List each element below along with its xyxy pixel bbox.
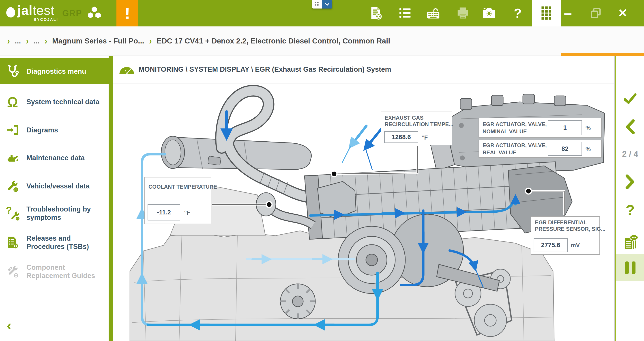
close-button[interactable]: ✕ [615,5,631,21]
page-title: MONITORING \ SYSTEM DISPLAY \ EGR (Exhau… [138,65,391,74]
print-button[interactable] [455,5,471,21]
monitor-label: COOLANT TEMPERATURE [148,184,217,190]
monitor-egr-differential-pressure[interactable]: EGR DIFFERENTIAL PRESSURE SENSOR, SIG...… [531,216,600,255]
apps-grid-tab[interactable] [532,0,561,27]
sidebar: Diagnostics menu System technical data D… [0,56,108,341]
breadcrumb-item-system[interactable]: EDC 17 CV41 + Denox 2.2, Electronic Dies… [157,37,390,45]
breadcrumb-item-series[interactable]: Magnum Series - Full Po... [52,37,144,45]
chevron-left-icon: ‹ [7,317,12,333]
check-icon [623,93,637,104]
monitor-coolant-temperature[interactable]: COOLANT TEMPERATURE -11.2 °F [144,177,211,224]
gauge-icon [118,65,135,76]
reports-button[interactable] [616,232,644,252]
question-icon: ? [626,202,634,219]
tools-icon [5,264,20,279]
logo-byline: BYCOJALI [34,18,58,22]
restore-button[interactable] [588,5,604,21]
question-icon: ? [514,6,522,21]
breadcrumb-bar: › ... › ... › Magnum Series - Full Po...… [0,27,644,56]
breadcrumb-item-2[interactable]: ... [34,37,40,45]
confirm-button[interactable] [616,91,644,106]
keyboard-button[interactable] [425,5,441,21]
sidebar-item-component-replacement-guides: Component Replacement Guides [0,259,113,284]
monitor-label: EXHAUST GAS [385,115,424,121]
pause-icon [625,261,629,274]
page-indicator: 2 / 4 [616,147,644,161]
chevron-right-icon: › [149,35,152,47]
sidebar-collapse-button[interactable]: ‹ [7,317,12,333]
main-content: MONITORING \ SYSTEM DISPLAY \ EGR (Exhau… [113,56,615,341]
docked-panel-widget[interactable] [312,0,332,9]
monitor-label: EGR ACTUATOR, VALVE, [482,121,547,128]
group-label: GRP [62,9,82,18]
monitor-label: EGR DIFFERENTIAL [535,219,587,226]
monitor-unit: % [586,125,591,132]
sidebar-item-label: System technical data [26,98,102,106]
chevron-right-icon: › [7,35,10,47]
sidebar-divider [108,56,113,341]
content-header: MONITORING \ SYSTEM DISPLAY \ EGR (Exhau… [113,56,615,84]
next-page-button[interactable] [616,173,644,190]
monitor-label: EGR ACTUATOR, VALVE, [482,142,547,149]
prev-page-button[interactable] [616,118,644,135]
sidebar-item-label: Component Replacement Guides [26,263,102,280]
modules-cubes-button[interactable] [86,5,102,21]
stethoscope-icon [5,64,20,78]
breadcrumb-item-1[interactable]: ... [15,37,21,45]
logo-text-bold: jal [18,3,33,18]
sidebar-item-maintenance-data[interactable]: Maintenance data [0,148,113,167]
help-panel-button[interactable]: ? [616,201,644,219]
pause-monitoring-button[interactable] [616,254,644,281]
chevron-right-icon: › [44,35,47,47]
monitor-unit: % [586,146,591,153]
alert-button[interactable]: ! [116,0,138,27]
chevron-right-icon: › [26,35,29,47]
sidebar-item-diagrams[interactable]: Diagrams [0,121,113,139]
sidebar-item-label: Diagrams [26,126,102,134]
logo-dot [6,7,15,18]
chevron-left-icon [625,119,635,134]
minimize-icon: – [564,5,572,21]
sidebar-item-system-technical-data[interactable]: System technical data [0,89,113,114]
alert-icon: ! [124,5,130,21]
monitor-unit: mV [571,242,580,249]
monitor-label: PRESSURE SENSOR, SIG... [535,226,606,232]
monitor-value: 82 [548,142,582,156]
document-globe-icon [5,235,20,250]
sidebar-item-label: Maintenance data [26,154,102,162]
oil-can-icon [5,151,20,165]
monitor-egr-actuator-real[interactable]: EGR ACTUATOR, VALVE, REAL VALUE 82 % [478,140,602,158]
monitor-label: NOMINAL VALUE [482,128,527,135]
screenshot-camera-button[interactable] [481,5,497,21]
monitor-value: 1 [548,120,582,135]
chevron-down-icon[interactable] [322,0,332,9]
grid-handle-icon[interactable] [312,0,322,9]
chevron-right-icon [625,175,635,189]
jaltest-window: jaltest BYCOJALI GRP ! [0,0,644,341]
monitor-egr-actuator-nominal[interactable]: EGR ACTUATOR, VALVE, NOMINAL VALUE 1 % [478,118,602,138]
omega-icon [5,95,20,109]
breadcrumb: › ... › ... › Magnum Series - Full Po...… [7,27,390,56]
report-bubble-icon [621,233,639,250]
sidebar-item-troubleshooting-by-symptoms[interactable]: ? Troubleshooting by symptoms [0,201,113,226]
water-pump [280,284,315,319]
sidebar-item-label: Troubleshooting by symptoms [26,205,102,222]
wrench-globe-icon [5,179,20,193]
monitor-unit: °F [184,209,190,216]
monitor-value: 2775.6 [534,238,568,252]
minimize-button[interactable]: – [560,5,576,21]
monitor-exhaust-gas-temperature[interactable]: EXHAUST GAS RECIRCULATION TEMPE... 1268.… [381,112,452,145]
help-button[interactable]: ? [510,5,526,21]
sidebar-item-label: Diagnostics menu [26,67,102,76]
right-toolbar: 2 / 4 ? [615,56,644,341]
list-button[interactable] [397,5,413,21]
close-icon: ✕ [618,6,628,20]
sidebar-item-diagnostics-menu[interactable]: Diagnostics menu [0,58,113,84]
sidebar-item-releases-procedures[interactable]: Releases and Procedures (TSBs) [0,230,113,255]
report-viewer-button[interactable] [368,5,384,21]
monitor-value: 1268.6 [384,131,418,143]
sidebar-item-vehicle-vessel-data[interactable]: Vehicle/vessel data [0,177,113,195]
sidebar-item-label: Releases and Procedures (TSBs) [26,234,102,251]
monitor-label: RECIRCULATION TEMPE... [385,121,453,128]
monitor-value: -11.2 [148,204,180,220]
